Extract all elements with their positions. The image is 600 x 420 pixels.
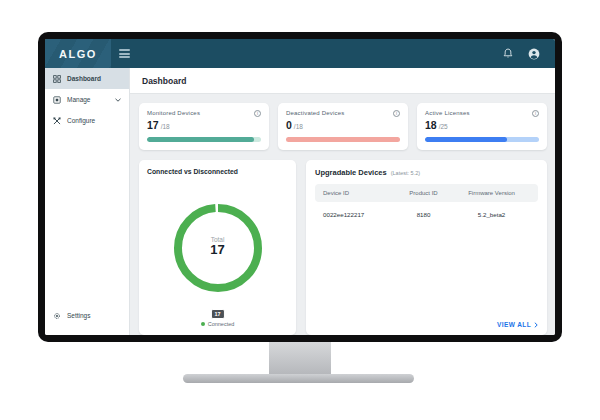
chevron-down-icon	[115, 96, 121, 103]
bottom-row: Connected vs Disconnected Total 17	[139, 160, 547, 335]
stat-label: Monitored Devices	[147, 110, 200, 116]
hamburger-menu-icon[interactable]	[119, 49, 130, 58]
info-icon[interactable]: i	[532, 110, 539, 117]
device-icon	[53, 96, 61, 104]
donut-chart[interactable]: Total 17 17	[147, 175, 288, 321]
table-title: Upgradable Devices	[315, 168, 387, 177]
monitor-stand-neck	[269, 342, 331, 375]
bell-icon	[503, 48, 513, 59]
sidebar-item-dashboard[interactable]: Dashboard	[45, 68, 129, 89]
stat-progress-track	[147, 137, 261, 142]
stat-total: /18	[294, 123, 303, 130]
stats-row: Monitored Devices i 17 /18	[139, 103, 547, 150]
sidebar-item-manage[interactable]: Manage	[45, 89, 129, 110]
stat-card: Deactivated Devices i 0 /18	[278, 103, 408, 150]
stat-total: /25	[439, 123, 448, 130]
sidebar-item-label: Dashboard	[67, 75, 101, 82]
stat-progress-fill	[425, 137, 507, 142]
stat-progress-track	[286, 137, 400, 142]
donut-total-value: 17	[147, 243, 288, 257]
column-header-device-id: Device ID	[323, 190, 394, 196]
logo-box: ALGO	[45, 39, 111, 68]
info-icon[interactable]: i	[254, 110, 261, 117]
sidebar: Dashboard Manage	[45, 68, 130, 335]
account-icon	[528, 48, 540, 60]
stat-label: Active Licenses	[425, 110, 470, 116]
upgradable-devices-card: Upgradable Devices (Latest: 5.2) Device …	[306, 160, 547, 335]
screen: ALGO	[45, 39, 555, 335]
chevron-right-icon	[534, 322, 538, 328]
view-all-link[interactable]: VIEW ALL	[497, 321, 538, 328]
donut-legend: Connected	[147, 321, 288, 329]
info-icon[interactable]: i	[393, 110, 400, 117]
column-header-firmware-version: Firmware Version	[453, 190, 530, 196]
stat-value: 18	[425, 119, 437, 131]
page-header: Dashboard	[130, 68, 555, 94]
donut-tooltip-badge: 17	[210, 309, 224, 319]
sidebar-item-label: Configure	[67, 117, 95, 124]
view-all-label: VIEW ALL	[497, 321, 531, 328]
stat-card: Monitored Devices i 17 /18	[139, 103, 269, 150]
cell-device-id: 0022ee122217	[323, 211, 394, 218]
legend-label: Connected	[208, 321, 235, 327]
page: ALGO	[0, 0, 600, 420]
legend-dot	[201, 322, 205, 326]
stat-card: Active Licenses i 18 /25	[417, 103, 547, 150]
content-area: Monitored Devices i 17 /18	[130, 94, 555, 335]
donut-card-title: Connected vs Disconnected	[147, 168, 288, 175]
stat-value: 0	[286, 119, 292, 131]
grid-icon	[53, 75, 61, 83]
stat-progress-track	[425, 137, 539, 142]
table-header: Device ID Product ID Firmware Version	[315, 184, 538, 202]
sidebar-item-label: Manage	[67, 96, 91, 103]
main-area: Dashboard Manage	[45, 68, 555, 335]
stat-total: /18	[161, 123, 170, 130]
stat-progress-fill	[147, 137, 254, 142]
stat-value: 17	[147, 119, 159, 131]
cell-firmware-version: 5.2_beta2	[453, 211, 530, 218]
donut-center: Total 17	[147, 236, 288, 257]
table-title-row: Upgradable Devices (Latest: 5.2)	[315, 168, 538, 177]
tools-icon	[53, 117, 61, 125]
page-title: Dashboard	[142, 76, 186, 86]
account-button[interactable]	[528, 48, 540, 60]
sidebar-item-configure[interactable]: Configure	[45, 110, 129, 131]
sidebar-item-settings[interactable]: Settings	[45, 305, 129, 326]
table-subtitle: (Latest: 5.2)	[391, 170, 420, 176]
table-row[interactable]: 0022ee122217 8180 5.2_beta2	[315, 202, 538, 227]
donut-card: Connected vs Disconnected Total 17	[139, 160, 296, 335]
stat-label: Deactivated Devices	[286, 110, 345, 116]
sidebar-item-label: Settings	[67, 312, 91, 319]
notifications-button[interactable]	[503, 48, 513, 59]
cell-product-id: 8180	[394, 211, 453, 218]
algo-logo: ALGO	[59, 48, 97, 60]
monitor-bezel: ALGO	[38, 32, 562, 342]
monitor-stand-base	[183, 374, 414, 383]
top-bar: ALGO	[45, 39, 555, 68]
column-header-product-id: Product ID	[394, 190, 453, 196]
right-column: Dashboard Monitored Devices i	[130, 68, 555, 335]
gear-icon	[53, 312, 61, 320]
